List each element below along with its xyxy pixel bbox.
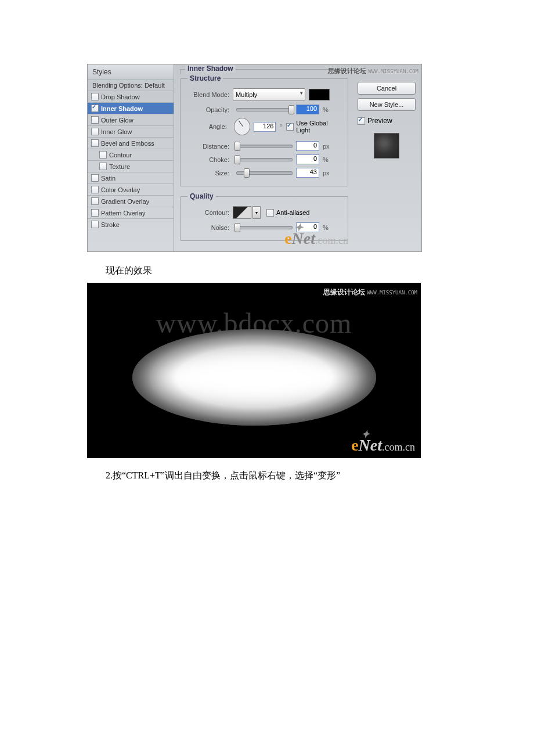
result-preview: 思缘设计论坛 WWW.MISSYUAN.COM www.bdocx.com ✦ …	[87, 283, 421, 458]
opacity-input[interactable]: 100	[296, 105, 319, 114]
contour-label: Contour:	[187, 209, 229, 216]
structure-legend: Structure	[187, 74, 223, 82]
style-contour[interactable]: Contour	[88, 149, 174, 161]
style-color-overlay[interactable]: Color Overlay	[88, 184, 174, 196]
dialog-buttons: OK Cancel New Style... Preview	[354, 64, 421, 251]
butterfly-icon: ✦	[361, 428, 370, 441]
preview-swatch	[374, 133, 399, 159]
noise-label: Noise:	[187, 224, 229, 231]
choke-input[interactable]: 0	[296, 154, 319, 164]
size-input[interactable]: 43	[296, 168, 319, 178]
style-bevel-emboss[interactable]: Bevel and Emboss	[88, 138, 174, 149]
contour-thumb[interactable]	[233, 206, 251, 219]
caption-current-effect: 现在的效果	[106, 265, 534, 277]
enet-logo: ✦ eNet.com.cn	[284, 229, 348, 248]
shadow-color-swatch[interactable]	[309, 89, 330, 100]
butterfly-icon: ✦	[294, 221, 303, 234]
styles-column: Styles Blending Options: Default Drop Sh…	[88, 64, 174, 251]
blend-mode-dropdown[interactable]: Multiply	[233, 88, 305, 101]
style-stroke[interactable]: Stroke	[88, 219, 174, 230]
preview-label: Preview	[367, 117, 392, 125]
global-light-checkbox[interactable]	[286, 123, 294, 131]
preview-checkbox[interactable]	[358, 117, 365, 125]
style-gradient-overlay[interactable]: Gradient Overlay	[88, 196, 174, 207]
quality-legend: Quality	[187, 192, 216, 200]
structure-group: Structure Blend Mode: Multiply Opacity: …	[180, 74, 348, 186]
antialiased-checkbox[interactable]	[266, 209, 274, 217]
styles-header: Styles	[88, 64, 174, 80]
size-unit: px	[323, 170, 330, 177]
style-texture[interactable]: Texture	[88, 161, 174, 172]
style-satin[interactable]: Satin	[88, 172, 174, 184]
watermark: 思缘设计论坛 WWW.MISSYUAN.COM	[323, 287, 417, 297]
angle-label: Angle:	[187, 123, 227, 130]
distance-unit: px	[323, 143, 330, 150]
style-inner-shadow[interactable]: Inner Shadow	[88, 103, 174, 114]
distance-label: Distance:	[187, 143, 229, 150]
choke-slider[interactable]	[236, 158, 293, 161]
style-drop-shadow[interactable]: Drop Shadow	[88, 91, 174, 103]
opacity-label: Opacity:	[187, 106, 229, 113]
distance-input[interactable]: 0	[296, 141, 319, 151]
angle-unit: °	[279, 123, 282, 130]
style-pattern-overlay[interactable]: Pattern Overlay	[88, 207, 174, 219]
contour-dropdown-button[interactable]: ▾	[252, 206, 261, 219]
angle-input[interactable]: 126	[254, 122, 276, 132]
enet-logo: ✦ eNet.com.cn	[351, 436, 415, 455]
cancel-button[interactable]: Cancel	[358, 82, 416, 95]
blending-options-item[interactable]: Blending Options: Default	[88, 80, 174, 91]
choke-label: Choke:	[187, 156, 229, 163]
blend-mode-label: Blend Mode:	[187, 91, 229, 98]
size-label: Size:	[187, 170, 229, 177]
antialiased-label: Anti-aliased	[276, 209, 309, 216]
opacity-unit: %	[323, 106, 329, 113]
style-outer-glow[interactable]: Outer Glow	[88, 114, 174, 126]
noise-slider[interactable]	[236, 226, 293, 229]
global-light-label: Use Global Light	[296, 120, 341, 134]
instruction-step-2: 2.按“CTRL+T”调出自由变换，点击鼠标右键，选择“变形”	[106, 470, 534, 482]
opacity-slider[interactable]	[236, 108, 293, 111]
watermark: 思缘设计论坛 WWW.MISSYUAN.COM	[328, 67, 418, 75]
distance-slider[interactable]	[236, 145, 293, 148]
new-style-button[interactable]: New Style...	[358, 98, 416, 111]
layer-style-dialog: 思缘设计论坛 WWW.MISSYUAN.COM Styles Blending …	[87, 64, 422, 252]
style-inner-glow[interactable]: Inner Glow	[88, 126, 174, 138]
panel-title: Inner Shadow	[185, 64, 236, 73]
settings-panel: Inner Shadow Structure Blend Mode: Multi…	[174, 64, 354, 251]
glow-ellipse	[132, 329, 376, 426]
angle-dial[interactable]	[234, 118, 250, 135]
choke-unit: %	[323, 156, 329, 163]
size-slider[interactable]	[236, 171, 293, 175]
